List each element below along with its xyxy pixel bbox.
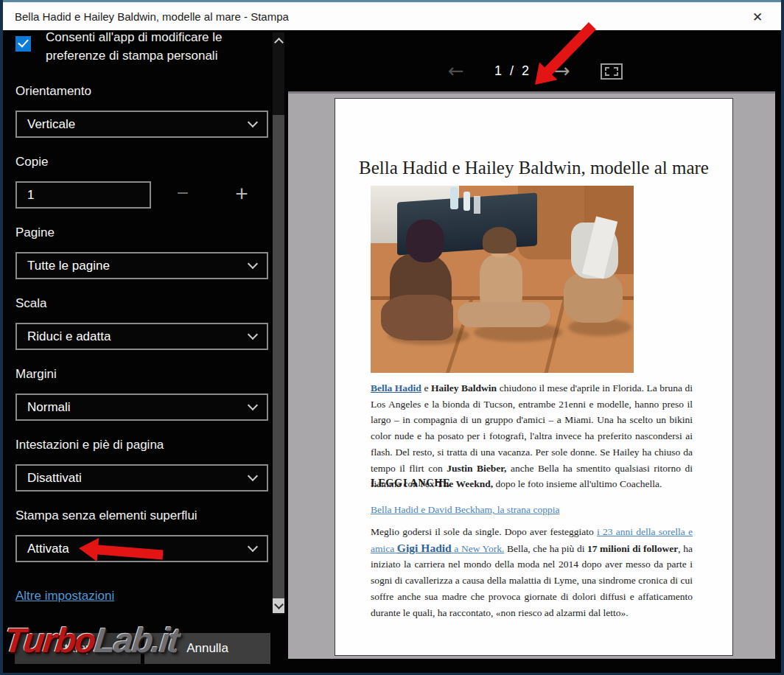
photo-glass (474, 196, 480, 214)
copies-input[interactable]: 1 (15, 181, 151, 209)
read-also-heading: LEGGI ANCHE (371, 477, 450, 489)
scroll-down-icon[interactable] (273, 598, 284, 613)
photo-person-center (483, 227, 517, 253)
titlebar: Bella Hadid e Hailey Baldwin, modelle al… (3, 0, 781, 30)
watermark-labit: Lab.it (92, 620, 180, 660)
app-permission-checkbox[interactable] (15, 36, 31, 52)
print-dialog-window: Bella Hadid e Hailey Baldwin, modelle al… (0, 0, 784, 675)
fit-to-page-icon[interactable] (601, 63, 623, 80)
page-separator: / (510, 63, 514, 78)
chevron-down-icon (248, 542, 258, 552)
margins-dropdown[interactable]: Normali (15, 394, 268, 421)
margins-label: Margini (15, 367, 57, 382)
app-permission-label: Consenti all'app di modificare le prefer… (46, 28, 259, 65)
article-title: Bella Hadid e Hailey Baldwin, modelle al… (335, 158, 732, 178)
chevron-down-icon (248, 117, 258, 127)
increase-copies-button[interactable]: + (225, 181, 258, 209)
article-paragraph: Bella Hadid e Hailey Baldwin chiudono il… (371, 380, 693, 492)
chevron-down-icon (248, 259, 258, 269)
photo-bottle (463, 192, 470, 211)
print-settings-sidebar: Consenti all'app di modificare le prefer… (3, 30, 270, 673)
related-article-link[interactable]: Bella Hadid e David Beckham, la strana c… (371, 504, 559, 516)
photo-person-left (406, 220, 444, 262)
photo-person-center (458, 302, 550, 327)
turbolab-watermark: TurboLab.it (2, 620, 180, 660)
total-pages: 2 (522, 63, 530, 78)
article-paragraph: Meglio godersi il sole da single. Dopo a… (371, 524, 693, 620)
photo-person-right (564, 273, 623, 323)
headers-footers-dropdown[interactable]: Disattivati (15, 464, 268, 492)
clutter-free-dropdown[interactable]: Attivata (15, 535, 268, 562)
decrease-copies-button[interactable]: − (167, 181, 199, 209)
chevron-down-icon (248, 400, 258, 410)
preview-page: Bella Hadid e Hailey Baldwin, modelle al… (335, 98, 733, 656)
pages-dropdown[interactable]: Tutte le pagine (15, 252, 268, 279)
next-page-icon[interactable]: → (554, 61, 570, 80)
article-photo (371, 186, 634, 373)
chevron-down-icon (248, 471, 258, 481)
sidebar-scrollbar[interactable] (273, 32, 284, 615)
page-indicator: 1/2 (483, 63, 541, 79)
close-icon[interactable]: ✕ (749, 9, 766, 27)
orientation-label: Orientamento (15, 84, 91, 99)
scale-dropdown[interactable]: Riduci e adatta (15, 323, 268, 350)
orientation-dropdown[interactable]: Verticale (15, 111, 268, 138)
window-title: Bella Hadid e Hailey Baldwin, modelle al… (15, 10, 289, 23)
pages-label: Pagine (15, 225, 55, 240)
watermark-turbo: Turbo (2, 620, 97, 660)
chevron-down-icon (248, 329, 258, 340)
photo-person-left (381, 295, 453, 340)
photo-bottle (450, 187, 458, 209)
current-page: 1 (494, 63, 503, 78)
scale-label: Scala (15, 296, 47, 311)
preview-area: Bella Hadid e Hailey Baldwin, modelle al… (288, 91, 775, 659)
scrollbar-thumb[interactable] (273, 115, 284, 598)
dialog-body: Consenti all'app di modificare le prefer… (3, 30, 781, 673)
scroll-up-icon[interactable] (273, 34, 284, 47)
clutter-free-label: Stampa senza elementi superflui (15, 508, 197, 523)
more-settings-link[interactable]: Altre impostazioni (15, 589, 114, 604)
headers-footers-label: Intestazioni e piè di pagina (15, 438, 164, 452)
previous-page-icon[interactable]: ← (448, 61, 464, 80)
photo-person-center (480, 255, 522, 309)
copies-label: Copie (15, 155, 48, 169)
